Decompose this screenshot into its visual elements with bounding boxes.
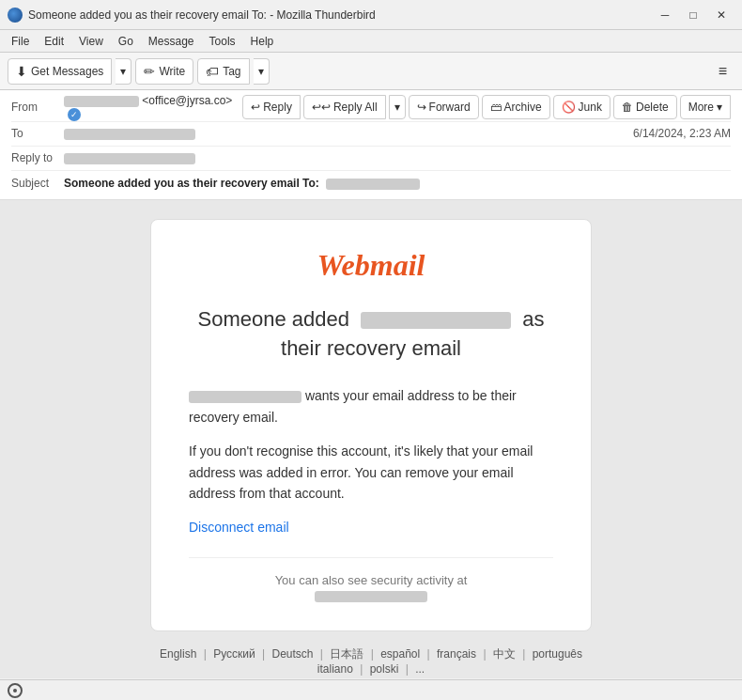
reply-all-label: Reply All (333, 101, 378, 114)
title-part2: as (522, 307, 544, 331)
email-header: From <office@jyrsa.co> ✓ ↩ Reply ↩↩ Repl… (0, 90, 742, 200)
lang-russian[interactable]: Русский (213, 647, 255, 661)
tag-button[interactable]: 🏷 Tag (197, 58, 249, 85)
menu-tools[interactable]: Tools (202, 33, 243, 50)
junk-button[interactable]: 🚫 Junk (553, 95, 611, 119)
email-card-title: Someone added as their recovery email (189, 305, 553, 364)
webmail-logo: Webmail (189, 248, 553, 283)
disconnect-link[interactable]: Disconnect email (189, 520, 289, 535)
email-card: Webmail Someone added as their recovery … (150, 219, 592, 632)
write-button[interactable]: ✏ Write (135, 58, 193, 85)
reply-label: Reply (263, 101, 292, 114)
disconnect-paragraph: Disconnect email (189, 517, 553, 537)
lang-portuguese[interactable]: português (533, 647, 582, 661)
lang-spanish[interactable]: español (380, 647, 420, 661)
reply-all-arrow-icon: ↩↩ (312, 101, 331, 114)
from-name-blurred (64, 96, 139, 107)
forward-label: Forward (429, 101, 471, 114)
title-part3: their recovery email (281, 336, 461, 360)
window-title: Someone added you as their recovery emai… (28, 8, 652, 22)
webmail-logo-text: Webmail (317, 248, 425, 282)
window-controls: ─ □ ✕ (652, 6, 734, 24)
to-label: To (11, 127, 64, 140)
security-text: You can also see security activity at (189, 557, 553, 603)
menu-view[interactable]: View (71, 33, 111, 50)
subject-row: Subject Someone added you as their recov… (11, 171, 731, 195)
delete-label: Delete (636, 101, 669, 114)
status-bar (0, 679, 742, 700)
more-button[interactable]: More ▾ (680, 95, 731, 119)
download-icon: ⬇ (16, 64, 27, 79)
from-label: From (11, 101, 64, 114)
lang-french[interactable]: français (437, 647, 476, 661)
reply-to-value (64, 151, 731, 164)
menu-file[interactable]: File (4, 33, 37, 50)
reply-button[interactable]: ↩ Reply (242, 95, 301, 119)
lang-japanese[interactable]: 日本語 (330, 647, 363, 661)
junk-label: Junk (579, 101, 602, 114)
title-email-blurred (361, 312, 511, 329)
title-bar: Someone added you as their recovery emai… (0, 0, 742, 30)
email-body: PHISH Webmail Someone added as their rec… (0, 200, 742, 678)
menu-help[interactable]: Help (243, 33, 282, 50)
subject-text: Someone added you as their recovery emai… (64, 177, 319, 190)
reply-to-row: Reply to (11, 147, 731, 171)
main-toolbar: ⬇ Get Messages ▾ ✏ Write 🏷 Tag ▾ ≡ (0, 53, 742, 90)
archive-button[interactable]: 🗃 Archive (482, 95, 550, 119)
language-bar: English | Русский | Deutsch | 日本語 | espa… (19, 631, 723, 678)
from-email: <office@jyrsa.co> (142, 94, 232, 107)
tag-label: Tag (223, 65, 240, 78)
from-value: <office@jyrsa.co> ✓ (64, 94, 242, 121)
security-activity-text: You can also see security activity at (189, 573, 553, 587)
lang-chinese[interactable]: 中文 (493, 647, 516, 661)
tag-dropdown[interactable]: ▾ (254, 58, 270, 85)
delete-button[interactable]: 🗑 Delete (613, 95, 677, 119)
more-chevron-icon: ▾ (717, 101, 722, 114)
reply-to-label: Reply to (11, 151, 64, 164)
hamburger-menu[interactable]: ≡ (711, 59, 734, 84)
write-label: Write (159, 65, 185, 78)
lang-italian[interactable]: italiano (317, 662, 353, 676)
menu-go[interactable]: Go (111, 33, 141, 50)
subject-value: Someone added you as their recovery emai… (64, 177, 731, 190)
lang-more[interactable]: ... (415, 662, 425, 676)
subject-label: Subject (11, 177, 64, 190)
thunderbird-icon (8, 8, 23, 23)
reply-arrow-icon: ↩ (251, 101, 260, 114)
email-date: 6/14/2024, 2:23 AM (633, 127, 731, 140)
more-label: More (688, 101, 714, 114)
sender-blurred (189, 391, 301, 403)
get-messages-button[interactable]: ⬇ Get Messages (8, 58, 112, 85)
radio-icon (8, 683, 23, 698)
tag-icon: 🏷 (206, 64, 219, 79)
reply-all-dropdown[interactable]: ▾ (389, 95, 406, 119)
minimize-button[interactable]: ─ (652, 6, 678, 24)
menu-bar: File Edit View Go Message Tools Help (0, 30, 742, 53)
verify-icon: ✓ (68, 108, 81, 121)
title-part1: Someone added (198, 307, 349, 331)
menu-edit[interactable]: Edit (37, 33, 71, 50)
menu-message[interactable]: Message (141, 33, 202, 50)
forward-icon: ↪ (417, 101, 426, 114)
archive-icon: 🗃 (490, 101, 502, 114)
email-card-body: wants your email address to be their rec… (189, 385, 553, 537)
junk-icon: 🚫 (562, 101, 576, 114)
body-paragraph-1: wants your email address to be their rec… (189, 385, 553, 428)
maximize-button[interactable]: □ (680, 6, 706, 24)
archive-label: Archive (504, 101, 542, 114)
body-paragraph-2: If you don't recognise this account, it'… (189, 441, 553, 504)
to-blurred (64, 129, 195, 140)
reply-all-button[interactable]: ↩↩ Reply All (303, 95, 386, 119)
pencil-icon: ✏ (144, 64, 155, 79)
lang-german[interactable]: Deutsch (271, 647, 313, 661)
get-messages-dropdown[interactable]: ▾ (116, 58, 131, 85)
to-row: To 6/14/2024, 2:23 AM (11, 122, 731, 147)
lang-english[interactable]: English (160, 647, 196, 661)
to-value (64, 127, 633, 140)
trash-icon: 🗑 (622, 101, 633, 114)
subject-blurred (326, 179, 420, 190)
reply-to-blurred (64, 153, 195, 164)
close-button[interactable]: ✕ (708, 6, 734, 24)
lang-polish[interactable]: polski (370, 662, 399, 676)
forward-button[interactable]: ↪ Forward (409, 95, 479, 119)
